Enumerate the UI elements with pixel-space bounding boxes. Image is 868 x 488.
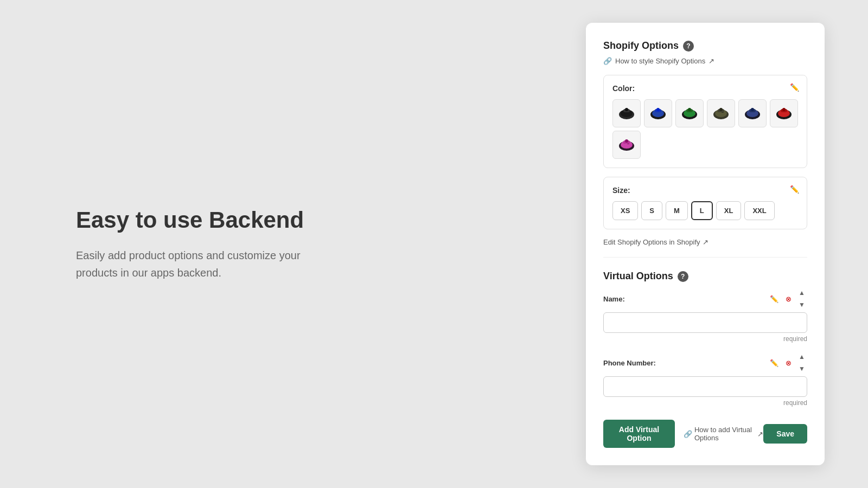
link-icon-2: 🔗	[684, 430, 692, 438]
shopify-section-title: Shopify Options ?	[603, 40, 807, 52]
phone-arrow-controls: ▲ ▼	[796, 351, 807, 374]
svg-point-17	[719, 108, 723, 111]
swatch-1[interactable]	[612, 99, 641, 127]
svg-point-11	[688, 108, 691, 111]
name-move-down-icon[interactable]: ▼	[796, 299, 807, 310]
swatch-4[interactable]	[707, 99, 735, 127]
external-link-icon-3: ↗	[757, 430, 763, 438]
swatch-2[interactable]	[644, 99, 672, 127]
phone-field-label: Phone Number:	[603, 359, 656, 367]
size-btn-m[interactable]: M	[666, 201, 688, 220]
how-to-virtual-link[interactable]: 🔗 How to add Virtual Options ↗	[684, 426, 763, 442]
name-required-text: required	[603, 335, 807, 343]
size-btn-xxl[interactable]: XXL	[744, 201, 774, 220]
external-link-icon-2: ↗	[703, 238, 709, 246]
swatch-6[interactable]	[770, 99, 798, 127]
name-field-label: Name:	[603, 295, 625, 303]
section-divider	[603, 257, 807, 258]
left-panel: Easy to use Backend Easily add product o…	[0, 163, 586, 325]
swatch-7[interactable]	[612, 131, 641, 159]
phone-move-up-icon[interactable]: ▲	[796, 351, 807, 362]
svg-point-21	[751, 108, 754, 111]
edit-shopify-label: Edit Shopify Options in Shopify	[603, 238, 700, 246]
virtual-section-title: Virtual Options ?	[603, 271, 807, 282]
phone-field-header: Phone Number: ✏️ ⊗ ▲ ▼	[603, 351, 807, 374]
size-options-group: XS S M L XL XXL	[612, 201, 798, 220]
size-btn-s[interactable]: S	[641, 201, 662, 220]
color-edit-icon[interactable]: ✏️	[790, 83, 799, 92]
main-description: Easily add product options and customize…	[76, 247, 336, 281]
virtual-help-icon[interactable]: ?	[678, 271, 688, 282]
add-virtual-option-button[interactable]: Add Virtual Option	[603, 420, 675, 448]
left-bottom-actions: Add Virtual Option 🔗 How to add Virtual …	[603, 420, 763, 448]
swatch-5[interactable]	[738, 99, 767, 127]
virtual-options-section: Virtual Options ? Name: ✏️ ⊗ ▲ ▼ require…	[603, 271, 807, 448]
svg-point-25	[782, 108, 786, 111]
link-icon: 🔗	[603, 57, 612, 65]
phone-input[interactable]	[603, 376, 807, 397]
size-btn-xs[interactable]: XS	[612, 201, 638, 220]
shopify-help-icon[interactable]: ?	[683, 41, 694, 52]
size-edit-icon[interactable]: ✏️	[790, 185, 799, 194]
right-panel: Shopify Options ? 🔗 How to style Shopify…	[586, 23, 825, 465]
name-field-container: Name: ✏️ ⊗ ▲ ▼ required	[603, 287, 807, 343]
size-option-label: Size:	[612, 186, 798, 195]
phone-required-text: required	[603, 399, 807, 407]
phone-move-down-icon[interactable]: ▼	[796, 363, 807, 374]
size-btn-l[interactable]: L	[691, 201, 713, 220]
phone-delete-icon[interactable]: ⊗	[782, 357, 794, 369]
color-option-block: Color: ✏️	[603, 75, 807, 168]
bottom-actions: Add Virtual Option 🔗 How to add Virtual …	[603, 420, 807, 448]
main-heading: Easy to use Backend	[76, 207, 542, 234]
phone-field-actions: ✏️ ⊗ ▲ ▼	[768, 351, 807, 374]
edit-shopify-link[interactable]: Edit Shopify Options in Shopify ↗	[603, 238, 807, 246]
svg-point-31	[625, 139, 628, 143]
name-delete-icon[interactable]: ⊗	[782, 293, 794, 305]
svg-point-3	[625, 108, 628, 111]
external-link-icon: ↗	[709, 57, 714, 65]
name-field-header: Name: ✏️ ⊗ ▲ ▼	[603, 287, 807, 310]
swatch-3[interactable]	[675, 99, 704, 127]
name-arrow-controls: ▲ ▼	[796, 287, 807, 310]
style-shopify-link[interactable]: 🔗 How to style Shopify Options ↗	[603, 57, 807, 65]
svg-point-7	[656, 108, 660, 111]
name-input[interactable]	[603, 312, 807, 333]
shopify-options-section: Shopify Options ? 🔗 How to style Shopify…	[603, 40, 807, 246]
name-edit-icon[interactable]: ✏️	[768, 293, 780, 305]
size-option-block: Size: ✏️ XS S M L XL XXL	[603, 177, 807, 229]
save-button[interactable]: Save	[763, 424, 807, 444]
phone-field-container: Phone Number: ✏️ ⊗ ▲ ▼ required	[603, 351, 807, 407]
size-btn-xl[interactable]: XL	[716, 201, 742, 220]
color-option-label: Color:	[612, 84, 798, 93]
name-move-up-icon[interactable]: ▲	[796, 287, 807, 298]
phone-edit-icon[interactable]: ✏️	[768, 357, 780, 369]
color-swatches	[612, 99, 798, 159]
name-field-actions: ✏️ ⊗ ▲ ▼	[768, 287, 807, 310]
